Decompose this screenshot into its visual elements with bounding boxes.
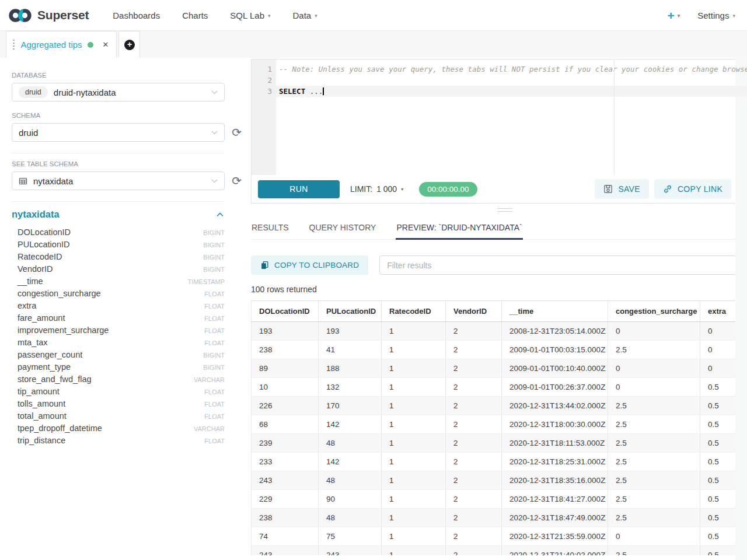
query-tab-aggregated-tips[interactable]: Aggregated tips ✕: [6, 31, 117, 58]
table-cell: 2: [446, 378, 502, 397]
close-tab-icon[interactable]: ✕: [103, 40, 109, 49]
table-cell: 1: [382, 397, 446, 415]
column-type: TIMESTAMP: [188, 278, 225, 285]
table-row: 243243122020-12-31T21:40:02.000Z2.50.5: [252, 546, 747, 556]
column-name: passenger_count: [18, 350, 82, 359]
table-cell: 90: [319, 490, 382, 509]
caret-down-icon: ▾: [315, 12, 317, 19]
result-controls: COPY TO CLIPBOARD: [251, 256, 747, 275]
table-row: 233142122020-12-31T18:25:31.000Z2.50.5: [252, 453, 747, 471]
column-type: BIGINT: [203, 242, 225, 249]
line-number: 2: [252, 75, 272, 86]
table-cell: 1: [382, 434, 446, 453]
column-name: payment_type: [18, 362, 71, 372]
table-cell: 243: [319, 546, 382, 556]
sidebar-divider: [12, 201, 225, 202]
nav-item-data[interactable]: Data▾: [293, 10, 317, 20]
table-cell: 2: [446, 415, 502, 434]
filter-results-input[interactable]: [379, 256, 747, 275]
table-select[interactable]: nytaxidata: [12, 172, 225, 190]
table-row: 226170122020-12-31T13:44:02.000Z2.50.5: [252, 397, 747, 415]
column-header[interactable]: PULocationID: [319, 301, 382, 322]
table-cell: 1: [382, 415, 446, 434]
table-cell: 2009-01-01T00:03:15.000Z: [502, 341, 608, 359]
column-name: trip_distance: [18, 436, 65, 445]
result-tab-2[interactable]: PREVIEW: `DRUID-NYTAXIDATA`: [396, 218, 522, 239]
schema-select-value: druid: [19, 128, 38, 138]
copy-link-label: COPY LINK: [678, 184, 722, 194]
schema-column-row: payment_typeBIGINT: [12, 360, 225, 373]
column-name: store_and_fwd_flag: [18, 374, 92, 384]
column-name: PULocationID: [18, 240, 69, 249]
save-label: SAVE: [618, 184, 640, 194]
column-header[interactable]: VendorID: [446, 301, 502, 322]
query-timer-badge: 00:00:00.00: [419, 182, 477, 197]
table-cell: 2020-12-31T21:40:02.000Z: [502, 546, 608, 556]
table-cell: 2: [446, 341, 502, 359]
code-line-comment: -- Note: Unless you save your query, the…: [276, 64, 747, 75]
table-cell: 2.5: [608, 453, 700, 471]
pane-splitter-handle[interactable]: [251, 206, 747, 214]
schema-column-row: store_and_fwd_flagVARCHAR: [12, 373, 225, 385]
schema-select[interactable]: druid: [12, 123, 225, 142]
drag-handle-icon[interactable]: [12, 40, 16, 50]
settings-menu[interactable]: Settings ▾: [697, 10, 735, 20]
nav-right: + ▾ Settings ▾: [667, 9, 735, 22]
column-header[interactable]: RatecodeID: [382, 301, 446, 322]
table-cell: 2020-12-31T18:47:49.000Z: [502, 509, 608, 527]
new-query-tab-button[interactable]: +: [118, 31, 140, 58]
copy-to-clipboard-button[interactable]: COPY TO CLIPBOARD: [251, 256, 368, 275]
refresh-table-icon[interactable]: ⟳: [232, 175, 242, 187]
column-header[interactable]: DOLocationID: [252, 301, 319, 322]
table-cell: 243: [252, 546, 319, 556]
schema-column-row: tolls_amountFLOAT: [12, 397, 225, 410]
refresh-schema-icon[interactable]: ⟳: [232, 127, 242, 138]
database-select-row: druid druid-nytaxidata: [12, 83, 225, 102]
result-tab-1[interactable]: QUERY HISTORY: [309, 218, 377, 239]
table-cell: 48: [319, 434, 382, 453]
schema-column-row: extraFLOAT: [12, 299, 225, 312]
table-row: 68142122020-12-31T18:00:30.000Z2.50.5: [252, 415, 747, 434]
table-cell: 2: [446, 527, 502, 546]
table-select-row: nytaxidata ⟳: [12, 172, 225, 190]
collapse-chevron-up-icon[interactable]: [217, 212, 224, 217]
editor-code-area[interactable]: -- Note: Unless you save your query, the…: [276, 60, 747, 175]
table-cell: 2.5: [608, 546, 700, 556]
table-cell: 1: [382, 509, 446, 527]
copy-link-button[interactable]: COPY LINK: [654, 179, 731, 199]
result-tab-0[interactable]: RESULTS: [251, 218, 289, 239]
sidebar: DATABASE druid druid-nytaxidata SCHEMA d…: [0, 58, 251, 560]
table-cell: 2.5: [608, 490, 700, 509]
nav-item-dashboards[interactable]: Dashboards: [113, 10, 160, 20]
table-cell: 2020-12-31T21:35:59.000Z: [502, 527, 608, 546]
table-cell: 48: [319, 509, 382, 527]
schema-column-row: DOLocationIDBIGINT: [12, 226, 225, 238]
database-select[interactable]: druid druid-nytaxidata: [12, 83, 225, 102]
sql-code-editor[interactable]: 1 2 3 -- Note: Unless you save your quer…: [252, 60, 747, 175]
table-cell: 233: [252, 453, 319, 471]
table-row: 24348122020-12-31T18:35:16.000Z2.50.5: [252, 471, 747, 490]
table-cell: 2.5: [608, 434, 700, 453]
column-name: DOLocationID: [18, 228, 71, 237]
nav-item-charts[interactable]: Charts: [182, 10, 208, 20]
caret-down-icon: ▾: [732, 12, 735, 19]
column-type: BIGINT: [203, 352, 225, 359]
column-name: fare_amount: [18, 313, 65, 323]
run-button[interactable]: RUN: [258, 180, 340, 198]
limit-dropdown[interactable]: LIMIT: 1 000 ▾: [350, 184, 403, 194]
nav-item-sql-lab[interactable]: SQL Lab▾: [230, 10, 270, 20]
schema-column-row: mta_taxFLOAT: [12, 336, 225, 348]
line-number: 1: [252, 64, 272, 75]
nav-item-label: Data: [293, 10, 312, 20]
content: DATABASE druid druid-nytaxidata SCHEMA d…: [0, 58, 747, 560]
settings-label: Settings: [697, 10, 729, 20]
superset-logo[interactable]: Superset: [8, 8, 89, 23]
new-item-button[interactable]: + ▾: [667, 9, 680, 22]
table-cell: 170: [319, 397, 382, 415]
save-button[interactable]: SAVE: [595, 179, 649, 199]
column-header[interactable]: __time: [502, 301, 608, 322]
table-row: 10132122009-01-01T00:26:37.000Z00.5: [252, 378, 747, 397]
column-type: FLOAT: [204, 401, 225, 408]
limit-label: LIMIT:: [350, 184, 372, 194]
column-header[interactable]: congestion_surcharge: [608, 301, 700, 322]
